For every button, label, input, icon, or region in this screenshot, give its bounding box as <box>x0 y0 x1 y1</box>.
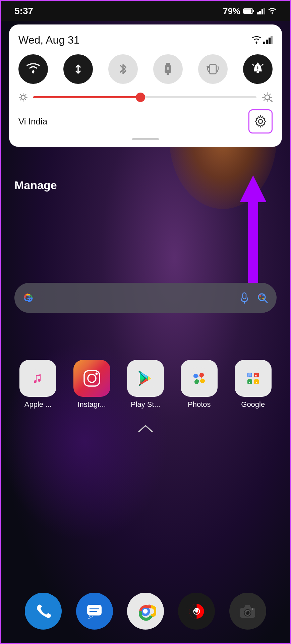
chrome-icon <box>134 600 156 622</box>
svg-point-52 <box>259 298 261 300</box>
brightness-row: A <box>18 92 273 103</box>
toggle-alarm[interactable] <box>243 54 273 84</box>
svg-text:M: M <box>255 374 257 377</box>
alarm-toggle-icon <box>251 62 265 76</box>
google-icon: G M ▲ ▲ <box>235 360 272 397</box>
svg-rect-3 <box>257 12 259 14</box>
svg-line-37 <box>264 94 265 95</box>
dock-youtube-music[interactable] <box>178 593 215 630</box>
battery-percentage: 79% <box>223 6 240 16</box>
playstore-svg <box>134 367 157 390</box>
google-label: Google <box>241 400 265 409</box>
svg-text:A: A <box>271 99 273 103</box>
svg-point-23 <box>21 95 25 99</box>
svg-point-89 <box>246 611 247 612</box>
svg-point-57 <box>95 373 98 375</box>
qs-header: Wed, Aug 31 <box>18 34 273 46</box>
instagram-svg <box>80 367 104 390</box>
svg-line-30 <box>25 95 26 96</box>
svg-rect-11 <box>271 36 273 44</box>
svg-rect-4 <box>259 11 261 14</box>
apple-music-label: Apple ... <box>24 400 52 409</box>
toggle-flashlight[interactable] <box>153 54 183 84</box>
svg-point-82 <box>194 609 195 611</box>
brightness-fill <box>33 96 140 98</box>
svg-point-77 <box>143 609 148 613</box>
annotation-arrow <box>233 175 273 283</box>
dock-camera[interactable] <box>229 593 266 630</box>
quick-settings-panel: Wed, Aug 31 <box>9 24 282 147</box>
qs-drag-handle <box>18 138 273 140</box>
svg-rect-46 <box>243 293 246 299</box>
svg-line-49 <box>264 300 267 303</box>
qs-wifi-icon <box>251 36 262 45</box>
bluetooth-toggle-icon <box>117 62 129 76</box>
flashlight-toggle-icon <box>163 62 173 76</box>
svg-line-29 <box>25 99 26 100</box>
svg-line-28 <box>20 95 21 96</box>
wifi-toggle-icon <box>26 63 40 75</box>
qs-bottom-row: Vi India <box>18 109 273 133</box>
app-item-google[interactable]: G M ▲ ▲ Google <box>231 360 275 409</box>
svg-rect-16 <box>256 71 259 73</box>
apple-music-icon <box>19 360 56 397</box>
messages-icon <box>85 602 104 621</box>
apple-music-svg <box>28 368 48 388</box>
search-lens-button[interactable] <box>255 290 270 305</box>
svg-point-56 <box>88 374 96 382</box>
svg-line-19 <box>262 64 263 65</box>
svg-rect-13 <box>166 63 170 65</box>
lens-icon <box>256 292 269 304</box>
instagram-icon <box>73 360 110 397</box>
phone-icon <box>34 602 53 621</box>
svg-line-20 <box>252 64 254 65</box>
brightness-thumb <box>136 93 145 102</box>
svg-point-81 <box>195 610 198 612</box>
search-mic-button[interactable] <box>237 290 252 305</box>
svg-point-42 <box>258 119 263 123</box>
svg-point-32 <box>265 95 270 100</box>
microphone-icon <box>240 292 249 304</box>
photos-icon <box>181 360 218 397</box>
svg-rect-6 <box>264 8 265 14</box>
toggle-bluetooth[interactable] <box>108 54 138 84</box>
svg-point-53 <box>263 298 264 300</box>
svg-point-54 <box>28 369 47 388</box>
toggle-wifi[interactable] <box>18 54 48 84</box>
svg-rect-71 <box>87 605 102 615</box>
svg-point-51 <box>263 295 264 297</box>
svg-text:G: G <box>249 374 251 377</box>
settings-button[interactable] <box>248 109 273 133</box>
google-svg: G M ▲ ▲ <box>241 367 265 390</box>
svg-rect-15 <box>210 64 216 74</box>
qs-signal-icon <box>263 36 273 44</box>
google-search-bar[interactable]: G <box>14 283 277 313</box>
svg-point-83 <box>197 608 198 610</box>
dock-chrome[interactable] <box>127 593 164 630</box>
svg-rect-8 <box>263 42 265 44</box>
app-item-instagram[interactable]: Instagr... <box>70 360 114 409</box>
toggle-data[interactable] <box>63 54 93 84</box>
qs-toggles <box>18 54 273 84</box>
svg-text:▲: ▲ <box>248 381 251 384</box>
chevron-up-icon <box>137 424 154 434</box>
dock <box>1 593 290 630</box>
youtube-music-icon <box>186 600 208 622</box>
app-drawer-handle[interactable] <box>137 424 154 434</box>
svg-marker-43 <box>240 175 267 283</box>
app-item-photos[interactable]: Photos <box>177 360 221 409</box>
app-item-playstore[interactable]: Play St... <box>124 360 167 409</box>
svg-rect-5 <box>261 9 263 14</box>
dock-phone[interactable] <box>25 593 62 630</box>
battery-icon <box>243 8 254 14</box>
svg-line-31 <box>20 99 21 100</box>
app-icons-row: Apple ... Instagr... <box>1 360 290 409</box>
status-right: 79% <box>223 6 277 16</box>
toggle-autorotate[interactable] <box>198 54 228 84</box>
dock-messages[interactable] <box>76 593 113 630</box>
app-item-apple-music[interactable]: Apple ... <box>16 360 60 409</box>
svg-rect-9 <box>266 40 268 44</box>
svg-point-50 <box>259 295 261 297</box>
svg-point-22 <box>257 70 258 71</box>
brightness-slider[interactable] <box>33 96 256 98</box>
